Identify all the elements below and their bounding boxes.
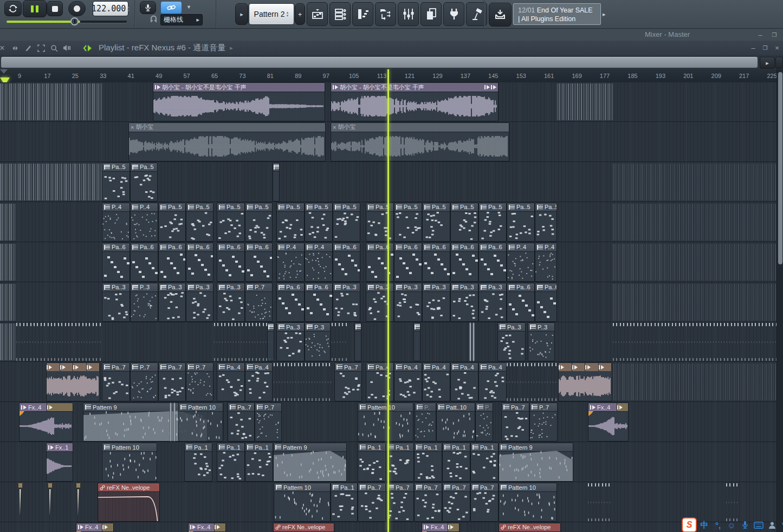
playlist-clip[interactable] xyxy=(48,483,53,522)
playlist-clip[interactable]: Pa..4 xyxy=(422,362,450,401)
bg-minimize-button[interactable]: – xyxy=(754,30,766,40)
playlist-clip[interactable]: reFX Ne..velope xyxy=(98,483,160,522)
horizontal-scrollbar-thumb[interactable] xyxy=(1,57,758,68)
playlist-clip[interactable]: Pa..7 xyxy=(158,362,186,401)
pattern-menu-button[interactable]: ▸ xyxy=(235,3,248,25)
playlist-clip[interactable] xyxy=(18,483,23,522)
shuffle-slider-thumb[interactable] xyxy=(70,17,79,25)
punctuation-mode[interactable]: °, xyxy=(712,518,724,531)
playlist-clip[interactable]: Pattern 10 xyxy=(358,403,413,442)
playlist-clip[interactable]: reFX Ne..velope xyxy=(499,523,561,532)
clip-header[interactable] xyxy=(268,323,274,332)
playlist-clip[interactable]: Pa..6 xyxy=(217,243,245,282)
clip-tail-header[interactable] xyxy=(214,523,225,531)
banner-next-arrow[interactable]: ▸ xyxy=(603,11,606,18)
record-button[interactable] xyxy=(68,1,86,16)
playlist-clip[interactable]: Pa..5 xyxy=(394,203,422,242)
playlist-clip[interactable]: Pa..7 xyxy=(414,483,442,522)
drum-slice-header[interactable] xyxy=(572,363,586,371)
playlist-clip[interactable]: 胡小宝 - 胡小宝不是韦小宝 干声 xyxy=(153,82,325,121)
playlist-clip[interactable]: Fx..4 xyxy=(588,403,629,442)
typing-keyboard-button[interactable] xyxy=(140,1,156,14)
clip-header[interactable]: ×胡小宝 xyxy=(331,123,509,132)
playlist-clip[interactable]: Pa..7 xyxy=(358,483,386,522)
detach-icon[interactable] xyxy=(9,43,22,54)
playlist-clip[interactable]: Pa..6 xyxy=(158,243,186,282)
focus-brackets-icon[interactable] xyxy=(35,43,48,54)
clip-header[interactable]: reFX Ne..velope xyxy=(274,523,334,532)
clip-header[interactable] xyxy=(48,483,53,488)
playlist-clip[interactable]: Pa..6 xyxy=(478,243,507,282)
playlist-clip[interactable]: Pa..1 xyxy=(470,443,499,482)
playlist-clip[interactable]: P..3 xyxy=(130,283,158,322)
playlist-clip[interactable]: Pattern 10 xyxy=(178,403,223,442)
playlist-clip[interactable]: P..3 xyxy=(528,322,555,361)
channel-rack-toggle-button[interactable] xyxy=(329,2,351,26)
clip-tail-header[interactable] xyxy=(448,523,459,531)
playlist-clip[interactable]: Pa..5 xyxy=(276,203,305,242)
voice-input[interactable] xyxy=(739,518,751,531)
playlist-clip[interactable]: reFX Ne..velope xyxy=(273,523,334,532)
browser-toggle-button[interactable] xyxy=(375,2,396,26)
playlist-clip[interactable]: Pa..5 xyxy=(422,203,450,242)
plugin-picker-toggle-button[interactable] xyxy=(443,2,464,26)
playlist-clip[interactable]: Pa..4 xyxy=(217,362,245,401)
playlist-clip[interactable]: Pa..6 xyxy=(102,243,130,282)
playlist-clip[interactable]: Pa..3 xyxy=(366,283,394,322)
playlist-clip[interactable] xyxy=(76,483,81,522)
playlist-clip[interactable]: Pattern 10 xyxy=(102,443,157,482)
drum-slice-header[interactable] xyxy=(559,363,572,371)
vertical-scrollbar[interactable] xyxy=(776,69,783,532)
playlist-clip[interactable]: Pa..4 xyxy=(245,362,273,401)
clip-header[interactable] xyxy=(76,483,81,488)
playlist-clip[interactable]: ×胡小宝 xyxy=(331,122,509,161)
playlist-clip[interactable] xyxy=(558,362,612,401)
clip-header[interactable]: Fx..4 xyxy=(189,523,225,532)
clip-header[interactable]: 胡小宝 - 胡小宝不是韦小宝 干声 xyxy=(331,83,498,92)
playlist-clip[interactable]: Pa..3 xyxy=(422,283,450,322)
vertical-scrollbar-thumb[interactable] xyxy=(778,72,782,264)
playlist-clip[interactable]: Pa..6 xyxy=(130,243,158,282)
playlist-clip[interactable]: Pa..3 xyxy=(394,283,422,322)
playlist-clip[interactable]: Pa..3 xyxy=(217,283,245,322)
playlist-clip[interactable]: Pa..3 xyxy=(333,283,360,322)
playlist-clip[interactable] xyxy=(273,163,280,202)
clip-header[interactable] xyxy=(355,323,361,332)
playlist-minimize-button[interactable]: – xyxy=(747,43,759,53)
playlist-clip[interactable]: P..7 xyxy=(186,362,213,401)
playlist-clip[interactable]: Pa..3 xyxy=(478,283,507,322)
playlist-clip[interactable]: P..7 xyxy=(130,362,158,401)
playlist-clip[interactable]: Pa..3 xyxy=(450,283,478,322)
slide-tool-icon[interactable] xyxy=(22,43,35,54)
shuffle-slider[interactable] xyxy=(7,21,127,23)
playlist-clip[interactable]: Pattern 10 xyxy=(499,483,557,522)
pattern-selector[interactable]: Pattern 2 ▲▼ xyxy=(249,3,294,25)
playlist-clip[interactable]: ×胡小宝 xyxy=(128,122,326,161)
playlist-clip[interactable]: Pattern 9 xyxy=(273,443,347,482)
zoom-tool-icon[interactable] xyxy=(48,43,61,54)
playlist-clip[interactable] xyxy=(413,322,420,361)
playlist-clip[interactable]: Pa..6 xyxy=(507,283,535,322)
playlist-clip[interactable]: Pa..1 xyxy=(386,443,414,482)
play-pause-button[interactable] xyxy=(23,0,47,17)
clip-header[interactable] xyxy=(273,163,279,172)
playlist-clip[interactable]: Pa..6 xyxy=(186,243,213,282)
playlist-clip[interactable]: Patt..10 xyxy=(436,403,475,442)
clip-header[interactable]: ×胡小宝 xyxy=(129,123,325,132)
preview-speaker-icon[interactable] xyxy=(61,43,74,54)
playlist-clip[interactable]: Pa..1 xyxy=(442,443,470,482)
clip-tail-header[interactable] xyxy=(47,403,73,411)
playlist-clip[interactable]: Pa..4 xyxy=(478,362,507,401)
playlist-clip[interactable]: Pa..6 xyxy=(535,283,557,322)
playlist-clip[interactable]: Pa..7 xyxy=(334,362,362,401)
playlist-clip[interactable] xyxy=(469,322,471,361)
playlist-clip[interactable]: Pa..5 xyxy=(130,163,158,202)
drum-slice-header[interactable] xyxy=(599,363,612,371)
playlist-clip[interactable]: Pa..3 xyxy=(276,322,305,361)
add-pattern-button[interactable]: + xyxy=(295,3,305,25)
playlist-clip[interactable]: P..4 xyxy=(276,243,305,282)
playlist-clip[interactable]: Pa..5 xyxy=(158,203,186,242)
playlist-title-arrow[interactable]: ▸ xyxy=(230,44,233,51)
playlist-clip[interactable]: Fx..4 xyxy=(188,523,226,532)
loop-record-button[interactable] xyxy=(4,1,22,16)
